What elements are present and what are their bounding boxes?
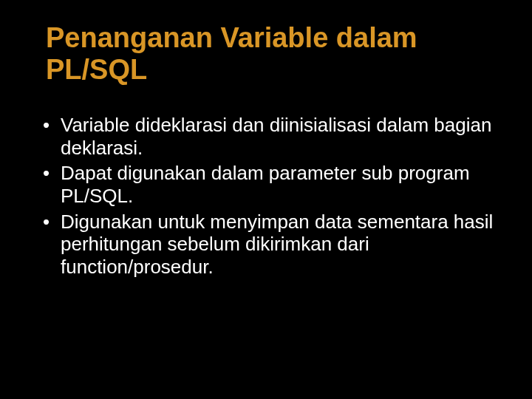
- list-item: Dapat digunakan dalam parameter sub prog…: [40, 162, 495, 207]
- bullet-list: Variable dideklarasi dan diinisialisasi …: [37, 114, 495, 279]
- list-item: Variable dideklarasi dan diinisialisasi …: [40, 114, 495, 159]
- slide-container: Penanganan Variable dalam PL/SQL Variabl…: [0, 0, 532, 399]
- slide-title: Penanganan Variable dalam PL/SQL: [46, 22, 495, 86]
- list-item: Digunakan untuk menyimpan data sementara…: [40, 211, 495, 279]
